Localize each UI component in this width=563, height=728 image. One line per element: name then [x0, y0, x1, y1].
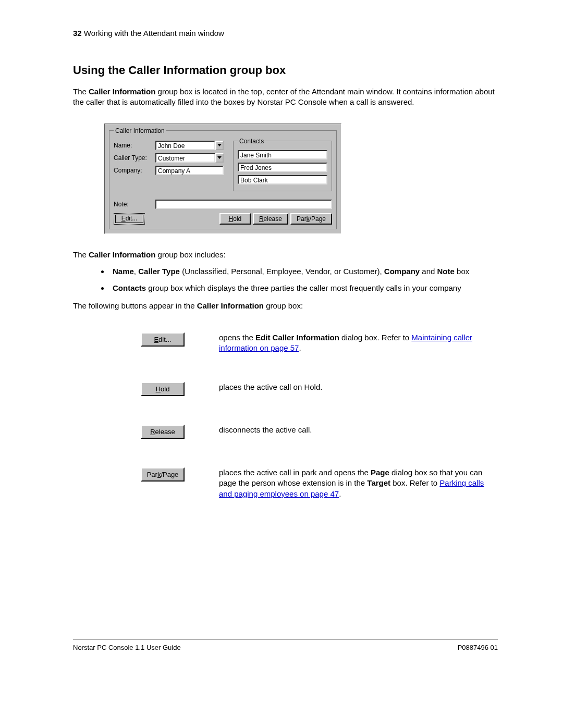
- release-desc: disconnects the active call.: [219, 425, 498, 435]
- release-button[interactable]: Release: [253, 213, 288, 225]
- table-row-edit: Edit... opens the Edit Caller Informatio…: [141, 332, 498, 354]
- edit-button[interactable]: Edit...: [114, 213, 145, 225]
- page-number: 32: [73, 29, 82, 38]
- table-row-release: Release disconnects the active call.: [141, 425, 498, 439]
- chevron-down-icon[interactable]: [215, 141, 224, 150]
- chevron-down-icon[interactable]: [215, 153, 224, 163]
- footer-left: Norstar PC Console 1.1 User Guide: [73, 644, 181, 651]
- contact-3[interactable]: Bob Clark: [238, 175, 327, 184]
- name-combo[interactable]: John Doe: [155, 141, 224, 150]
- hold-button-sample[interactable]: Hold: [141, 382, 185, 396]
- intro-paragraph: The Caller Information group box is loca…: [73, 87, 498, 108]
- svg-marker-0: [217, 144, 222, 146]
- bullet-1: Name, Caller Type (Unclassified, Persona…: [109, 266, 498, 277]
- table-row-parkpage: Park/Page places the active call in park…: [141, 467, 498, 499]
- before-table-text: The following buttons appear in the Call…: [73, 301, 498, 311]
- edit-desc: opens the Edit Caller Information dialog…: [219, 332, 498, 354]
- hold-desc: places the active call on Hold.: [219, 382, 498, 392]
- name-value[interactable]: John Doe: [155, 141, 215, 150]
- page-header: 32 Working with the Attendant main windo…: [73, 29, 498, 38]
- caller-information-groupbox: Caller Information Name: John Doe: [109, 127, 337, 229]
- page-footer: Norstar PC Console 1.1 User Guide P08874…: [73, 639, 498, 651]
- table-row-hold: Hold places the active call on Hold.: [141, 382, 498, 396]
- contacts-groupbox: Contacts Jane Smith Fred Jones Bob Clark: [233, 138, 332, 191]
- button-table: Edit... opens the Edit Caller Informatio…: [141, 332, 498, 499]
- after-figure-text: The Caller Information group box include…: [73, 250, 498, 260]
- bullet-list: Name, Caller Type (Unclassified, Persona…: [109, 266, 498, 294]
- name-label: Name:: [114, 142, 155, 149]
- caller-info-figure: Caller Information Name: John Doe: [104, 124, 498, 234]
- bullet-2: Contacts group box which displays the th…: [109, 283, 498, 293]
- section-title: Working with the Attendant main window: [84, 29, 224, 38]
- parkpage-button[interactable]: Park/Page: [290, 213, 332, 225]
- hold-button[interactable]: Hold: [219, 213, 251, 225]
- edit-button-sample[interactable]: Edit...: [141, 332, 185, 347]
- caller-type-combo[interactable]: Customer: [155, 153, 224, 163]
- footer-right: P0887496 01: [458, 644, 498, 651]
- contact-1[interactable]: Jane Smith: [238, 150, 327, 159]
- note-label: Note:: [114, 201, 155, 208]
- heading: Using the Caller Information group box: [73, 64, 498, 77]
- caller-type-value[interactable]: Customer: [155, 153, 215, 163]
- company-input[interactable]: Company A: [155, 166, 224, 175]
- note-input[interactable]: [155, 200, 332, 209]
- svg-marker-1: [217, 156, 222, 159]
- company-label: Company:: [114, 167, 155, 174]
- contacts-legend: Contacts: [238, 138, 265, 145]
- caller-type-label: Caller Type:: [114, 154, 155, 162]
- contact-2[interactable]: Fred Jones: [238, 163, 327, 172]
- caller-info-legend: Caller Information: [114, 127, 166, 134]
- release-button-sample[interactable]: Release: [141, 425, 185, 439]
- parkpage-desc: places the active call in park and opens…: [219, 467, 498, 499]
- parkpage-button-sample[interactable]: Park/Page: [141, 467, 185, 482]
